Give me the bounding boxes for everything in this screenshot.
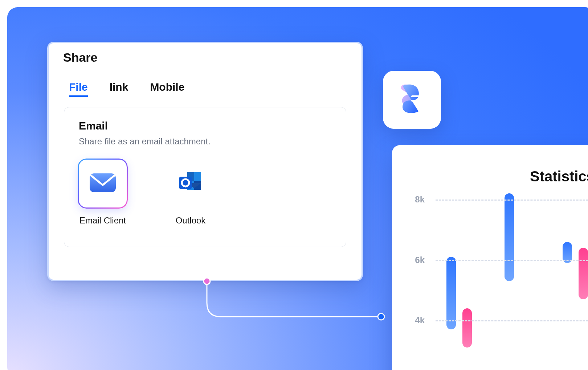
share-email-title: Email [79,120,331,132]
share-email-options: Email Client [79,160,331,226]
chart-gridline [436,260,588,261]
chart-y-tick: 6k [403,255,425,265]
share-dialog-header: Share [49,43,362,72]
share-email-section: Email Share file as an email attachment. [64,107,346,247]
chart-bar [505,193,514,281]
outlook-icon [176,169,205,198]
chart-bar-group [563,200,588,370]
chart-bar [579,248,588,299]
statistics-chart: 8k6k4k2k [403,200,588,370]
chart-bar-group [446,200,479,370]
chart-gridline [436,320,588,321]
chart-gridline [436,200,588,201]
email-client-icon-tile [79,160,127,207]
connector-line [203,278,385,328]
svg-rect-0 [90,173,116,192]
outlook-icon-tile [167,160,215,207]
share-dialog: Share File link Mobile Email Share file … [47,42,363,281]
promo-stage: Share File link Mobile Email Share file … [7,7,588,370]
tab-link[interactable]: link [110,81,128,97]
share-option-email-client[interactable]: Email Client [79,160,127,226]
share-option-label: Outlook [176,215,206,226]
app-badge [383,71,441,129]
chart-y-axis: 8k6k4k2k [403,200,428,370]
envelope-icon [87,168,118,200]
share-option-outlook[interactable]: Outlook [167,160,215,226]
tab-file[interactable]: File [69,81,88,97]
tab-mobile[interactable]: Mobile [150,81,184,97]
svg-rect-8 [411,95,419,97]
share-option-label: Email Client [79,215,126,226]
statistics-card: Statistics 8k6k4k2k [392,145,588,370]
chart-y-tick: 4k [403,315,425,325]
share-dialog-title: Share [63,50,98,65]
share-tabs: File link Mobile [49,72,362,97]
app-logo-icon [393,80,431,119]
chart-plot-area [436,200,588,370]
svg-point-7 [378,313,384,320]
chart-y-tick: 8k [403,194,425,205]
svg-rect-9 [411,100,416,102]
chart-bar-group [505,200,537,370]
share-email-description: Share file as an email attachment. [79,136,331,147]
chart-bar [446,257,456,329]
chart-bar [462,308,472,348]
statistics-title: Statistics [530,168,588,185]
